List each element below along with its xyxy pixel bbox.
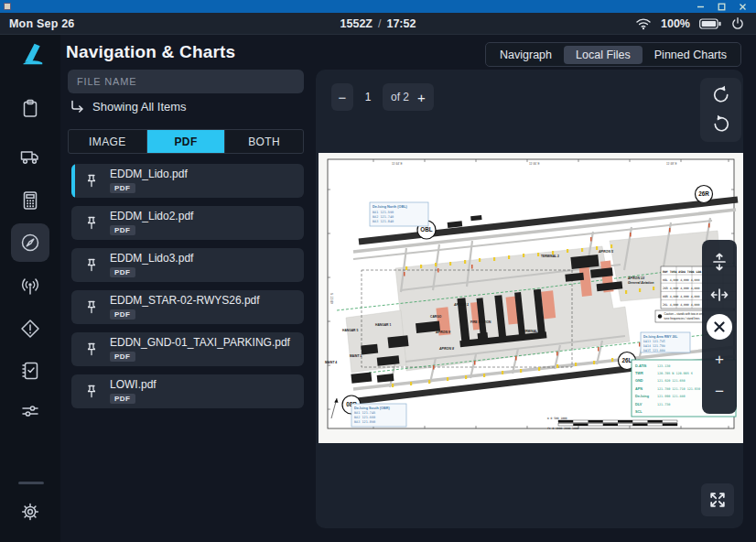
filter-status-text: Showing All Items bbox=[92, 100, 187, 114]
chart-label-hangar5: HANGAR 5 bbox=[342, 329, 358, 332]
fit-height-button[interactable] bbox=[707, 249, 732, 275]
chart-label-terminal2: TERMINAL 2 bbox=[541, 255, 559, 258]
chart-source-tabs: Navigraph Local Files Pinned Charts bbox=[485, 42, 741, 67]
svg-text:BA2 121.660: BA2 121.660 bbox=[354, 416, 375, 419]
sidebar-item-radio[interactable] bbox=[11, 267, 49, 306]
svg-text:GND: GND bbox=[635, 379, 643, 383]
sidebar-item-clipboard[interactable] bbox=[11, 90, 49, 128]
tab-local-files[interactable]: Local Files bbox=[564, 46, 643, 64]
chart-label-apron5: APRON 5 bbox=[598, 250, 614, 254]
rotate-clockwise-button[interactable] bbox=[710, 114, 732, 136]
file-name: EDDM_Lido.pdf bbox=[110, 168, 188, 180]
pin-icon[interactable] bbox=[82, 214, 101, 233]
svg-text:tune frequencies / stand lines: tune frequencies / stand lines bbox=[664, 317, 701, 320]
sidebar-item-logbook[interactable] bbox=[11, 352, 49, 390]
chart-label-terminal1: TERMINAL 1 bbox=[522, 330, 540, 333]
svg-text:De-Icing: De-Icing bbox=[635, 395, 650, 398]
zoom-in-button[interactable]: + bbox=[707, 347, 732, 373]
status-clock: 1552Z/17:52 bbox=[0, 17, 756, 30]
airport-chart[interactable]: 11°44' E 11°46' E 11°48' E 48°21' N bbox=[319, 153, 743, 443]
tab-pinned-charts[interactable]: Pinned Charts bbox=[643, 46, 739, 64]
rotate-controls bbox=[700, 78, 741, 142]
svg-text:BA1 121.590: BA1 121.590 bbox=[373, 211, 394, 214]
chart-label-maint4: MAINT 4 bbox=[325, 361, 337, 364]
window-minimize-button[interactable] bbox=[697, 3, 705, 11]
file-item-eddm-lido[interactable]: EDDM_Lido.pdf PDF bbox=[71, 164, 304, 198]
pin-icon[interactable] bbox=[82, 256, 101, 275]
chart-label-fire-station: FIRE STATION bbox=[470, 320, 491, 324]
file-type-badge: PDF bbox=[110, 183, 135, 193]
tab-navigraph[interactable]: Navigraph bbox=[488, 46, 564, 64]
fit-width-button[interactable] bbox=[707, 282, 732, 308]
chart-label-maint3: MAINT 3 bbox=[350, 354, 362, 358]
window-titlebar bbox=[0, 0, 756, 13]
tab-pdf[interactable]: PDF bbox=[147, 130, 226, 153]
svg-text:BA2 121.740: BA2 121.740 bbox=[373, 215, 394, 219]
svg-text:TWR: TWR bbox=[635, 372, 643, 375]
chart-coord-top1: 11°44' E bbox=[392, 162, 403, 166]
svg-text:121.730: 121.730 bbox=[657, 403, 670, 406]
sidebar-item-alerts[interactable] bbox=[11, 309, 49, 348]
file-type-tabs: IMAGE PDF BOTH bbox=[68, 129, 304, 154]
app-icon bbox=[4, 3, 11, 10]
zoom-out-button[interactable]: − bbox=[707, 379, 732, 405]
close-chart-button[interactable] bbox=[707, 314, 732, 340]
file-list: EDDM_Lido.pdf PDF EDDM_Lido2.pdf PDF bbox=[71, 164, 304, 417]
chart-label-obl: OBL bbox=[420, 226, 432, 233]
svg-text:De-Icing Area RWY 26L: De-Icing Area RWY 26L bbox=[643, 335, 677, 339]
svg-text:BA3 121.890: BA3 121.890 bbox=[354, 420, 375, 424]
pin-icon[interactable] bbox=[82, 298, 101, 317]
svg-text:SCL: SCL bbox=[635, 410, 643, 414]
page-of-control: of 2 + bbox=[383, 83, 434, 111]
file-item-eddm-star[interactable]: EDDM_STAR-02-RWYS26.pdf PDF bbox=[71, 290, 304, 324]
filter-status-row: Showing All Items bbox=[70, 99, 187, 114]
svg-text:ft 0 1000 2000: ft 0 1000 2000 3000 bbox=[547, 427, 579, 430]
file-item-eddm-lido3[interactable]: EDDM_Lido3.pdf PDF bbox=[71, 248, 304, 282]
chart-label-apron1: APRON 1 bbox=[453, 303, 469, 307]
pdf-viewer-panel: − 1 of 2 + bbox=[316, 70, 743, 528]
chart-view-toolbar: + − bbox=[702, 240, 737, 414]
page-total-label: of 2 bbox=[391, 91, 409, 103]
pin-icon[interactable] bbox=[82, 383, 101, 401]
sidebar-item-settings-sliders[interactable] bbox=[11, 392, 49, 430]
svg-text:123.130: 123.130 bbox=[657, 364, 670, 368]
svg-text:BA3 121.840: BA3 121.840 bbox=[373, 220, 394, 223]
page-next-button[interactable]: + bbox=[417, 90, 426, 105]
sidebar bbox=[0, 35, 60, 542]
fullscreen-button[interactable] bbox=[701, 483, 734, 516]
file-item-eddm-lido2[interactable]: EDDM_Lido2.pdf PDF bbox=[71, 206, 304, 240]
file-name: EDDN_GND-01_TAXI_PARKING.pdf bbox=[110, 337, 290, 349]
svg-text:DA13 121.745: DA13 121.745 bbox=[643, 340, 665, 343]
svg-text:121.990 121.880: 121.990 121.880 bbox=[657, 395, 686, 398]
file-item-eddn-gnd[interactable]: EDDN_GND-01_TAXI_PARKING.pdf PDF bbox=[71, 332, 304, 366]
svg-text:APN: APN bbox=[635, 387, 643, 391]
tab-both[interactable]: BOTH bbox=[225, 130, 303, 153]
svg-text:121.780 121.710 121.930: 121.780 121.710 121.930 bbox=[657, 387, 700, 391]
file-name-search-input[interactable] bbox=[68, 70, 304, 93]
file-name: LOWI.pdf bbox=[110, 379, 157, 391]
tab-image[interactable]: IMAGE bbox=[69, 130, 147, 153]
window-maximize-button[interactable] bbox=[718, 3, 726, 11]
svg-text:DA15 121.880: DA15 121.880 bbox=[643, 349, 665, 352]
svg-text:Caution – stands with tow-in o: Caution – stands with tow-in only, bbox=[664, 312, 706, 316]
sidebar-item-navigation[interactable] bbox=[11, 223, 49, 262]
rotate-counterclockwise-button[interactable] bbox=[710, 84, 732, 106]
sidebar-item-settings[interactable] bbox=[11, 493, 49, 531]
file-item-lowi[interactable]: LOWI.pdf PDF bbox=[71, 374, 304, 408]
chart-deice-south-box: De-Icing South (OBR) BA1 121.745 BA2 121… bbox=[351, 404, 406, 427]
pin-icon[interactable] bbox=[82, 172, 101, 190]
svg-text:26L 4,000 4,000 4,000: 26L 4,000 4,000 4,000 bbox=[663, 303, 699, 307]
svg-text:121.920 121.650: 121.920 121.650 bbox=[657, 379, 686, 383]
chart-label-apron9: APRON 9 bbox=[435, 331, 450, 334]
window-close-button[interactable] bbox=[739, 3, 747, 11]
sidebar-item-calculator[interactable] bbox=[11, 181, 49, 220]
page-previous-button[interactable]: − bbox=[331, 83, 353, 111]
app-window: Mon Sep 26 1552Z/17:52 100% bbox=[0, 0, 756, 542]
chart-page[interactable]: 11°44' E 11°46' E 11°48' E 48°21' N bbox=[319, 153, 743, 443]
svg-text:BA1 121.745: BA1 121.745 bbox=[354, 411, 375, 415]
pin-icon[interactable] bbox=[82, 341, 101, 359]
chart-deice-east-box: De-Icing Area RWY 26L DA13 121.745 DA14 … bbox=[641, 332, 690, 352]
sidebar-item-vehicle[interactable] bbox=[11, 137, 49, 176]
file-type-badge: PDF bbox=[110, 267, 135, 277]
status-time-utc: 1552Z bbox=[340, 17, 373, 30]
